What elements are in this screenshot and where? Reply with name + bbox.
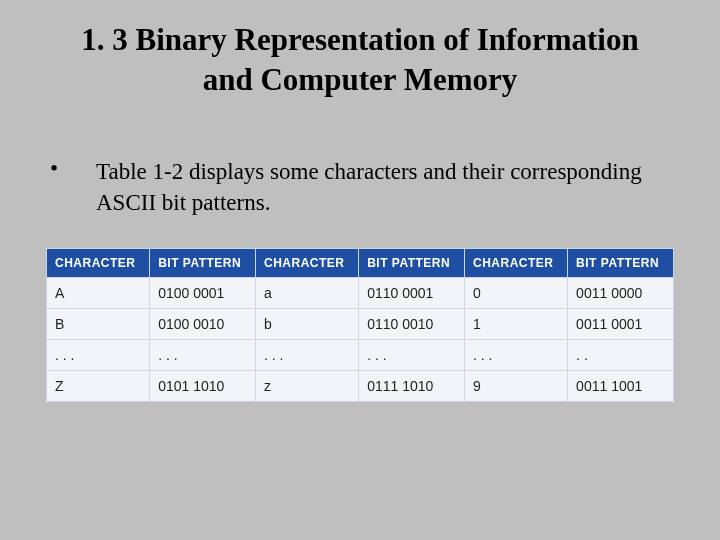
cell: 9 xyxy=(464,370,567,401)
cell: 0011 0001 xyxy=(568,308,674,339)
ascii-table-header-row: CHARACTER BIT PATTERN CHARACTER BIT PATT… xyxy=(47,248,674,277)
cell: a xyxy=(255,277,358,308)
slide-title: 1. 3 Binary Representation of Informatio… xyxy=(60,20,660,101)
cell: . . . xyxy=(359,339,465,370)
col-header: BIT PATTERN xyxy=(359,248,465,277)
ascii-table-wrap: CHARACTER BIT PATTERN CHARACTER BIT PATT… xyxy=(46,248,674,402)
col-header: CHARACTER xyxy=(464,248,567,277)
cell: 0110 0001 xyxy=(359,277,465,308)
col-header: BIT PATTERN xyxy=(150,248,256,277)
bullet-marker: • xyxy=(50,156,96,182)
cell: 0 xyxy=(464,277,567,308)
cell: z xyxy=(255,370,358,401)
table-row: A 0100 0001 a 0110 0001 0 0011 0000 xyxy=(47,277,674,308)
cell: . . . xyxy=(150,339,256,370)
cell: A xyxy=(47,277,150,308)
cell: 0110 0010 xyxy=(359,308,465,339)
bullet-text: Table 1-2 displays some characters and t… xyxy=(96,156,670,218)
col-header: CHARACTER xyxy=(255,248,358,277)
cell: . . . xyxy=(255,339,358,370)
bullet-row: • Table 1-2 displays some characters and… xyxy=(30,156,690,218)
cell: 0101 1010 xyxy=(150,370,256,401)
cell: Z xyxy=(47,370,150,401)
cell: 1 xyxy=(464,308,567,339)
cell: 0100 0010 xyxy=(150,308,256,339)
slide: 1. 3 Binary Representation of Informatio… xyxy=(0,0,720,540)
title-line-2: and Computer Memory xyxy=(203,62,518,97)
cell: b xyxy=(255,308,358,339)
cell: . . xyxy=(568,339,674,370)
ascii-table: CHARACTER BIT PATTERN CHARACTER BIT PATT… xyxy=(46,248,674,402)
table-row: B 0100 0010 b 0110 0010 1 0011 0001 xyxy=(47,308,674,339)
cell: . . . xyxy=(464,339,567,370)
cell: 0011 0000 xyxy=(568,277,674,308)
cell: . . . xyxy=(47,339,150,370)
cell: 0111 1010 xyxy=(359,370,465,401)
cell: 0011 1001 xyxy=(568,370,674,401)
col-header: BIT PATTERN xyxy=(568,248,674,277)
table-row: Z 0101 1010 z 0111 1010 9 0011 1001 xyxy=(47,370,674,401)
col-header: CHARACTER xyxy=(47,248,150,277)
title-line-1: 1. 3 Binary Representation of Informatio… xyxy=(81,22,638,57)
cell: B xyxy=(47,308,150,339)
cell: 0100 0001 xyxy=(150,277,256,308)
table-row: . . . . . . . . . . . . . . . . . xyxy=(47,339,674,370)
